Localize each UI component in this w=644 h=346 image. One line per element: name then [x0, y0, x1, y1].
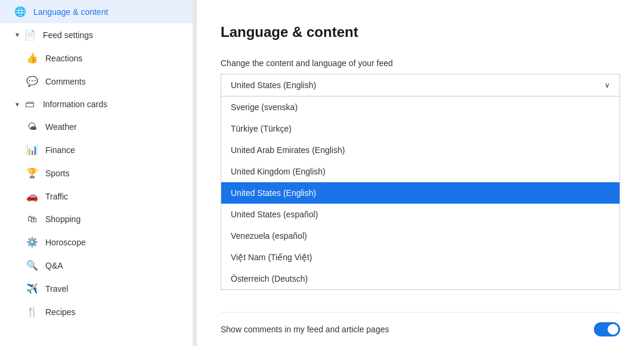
- sidebar-item-weather[interactable]: 🌤Weather: [0, 116, 196, 138]
- dropdown-option-sverige[interactable]: Sverige (svenska): [221, 96, 620, 118]
- sports-icon: 🏆: [26, 167, 38, 179]
- language-content-label: Language & content: [33, 7, 108, 17]
- show-comments-label: Show comments in my feed and article pag…: [221, 325, 389, 334]
- reactions-icon: 👍: [26, 52, 38, 64]
- selected-language-text: United States (English): [231, 80, 316, 90]
- sidebar-item-recipes[interactable]: 🍴Recipes: [0, 300, 196, 323]
- language-dropdown-selected[interactable]: United States (English)∨: [221, 74, 620, 96]
- sidebar-scrollbar[interactable]: [193, 0, 196, 346]
- travel-icon: ✈️: [26, 283, 38, 294]
- language-dropdown-list: Sverige (svenska)Türkiye (Türkçe)United …: [221, 96, 620, 290]
- language-content-icon: 🌐: [14, 6, 26, 17]
- finance-label: Finance: [45, 145, 75, 155]
- qanda-icon: 🔍: [26, 260, 38, 271]
- weather-label: Weather: [45, 122, 77, 132]
- horoscope-icon: ⚙️: [26, 236, 38, 248]
- sports-label: Sports: [45, 169, 69, 178]
- information-cards-arrow-icon: ▼: [14, 101, 20, 108]
- feed-settings-label: Feed settings: [43, 30, 93, 40]
- recipes-label: Recipes: [45, 307, 76, 317]
- finance-icon: 📊: [26, 144, 38, 155]
- language-dropdown-wrapper: United States (English)∨Sverige (svenska…: [221, 74, 620, 290]
- travel-label: Travel: [45, 284, 68, 294]
- information-cards-icon: 🗃: [24, 99, 36, 110]
- bottom-section: Show comments in my feed and article pag…: [221, 312, 620, 346]
- sidebar-item-qanda[interactable]: 🔍Q&A: [0, 254, 196, 277]
- horoscope-label: Horoscope: [45, 238, 86, 247]
- dropdown-chevron-icon: ∨: [605, 81, 610, 89]
- section-description: Change the content and language of your …: [221, 58, 620, 68]
- sidebar-item-information-cards[interactable]: ▼🗃Information cards: [0, 93, 196, 116]
- sidebar-item-traffic[interactable]: 🚗Traffic: [0, 185, 196, 208]
- sidebar-item-sports[interactable]: 🏆Sports: [0, 161, 196, 185]
- dropdown-option-venezuela[interactable]: Venezuela (español): [221, 225, 620, 247]
- dropdown-option-us-english[interactable]: United States (English): [221, 182, 620, 204]
- information-cards-label: Information cards: [43, 99, 107, 109]
- weather-icon: 🌤: [26, 121, 38, 132]
- show-comments-toggle[interactable]: [594, 322, 620, 336]
- dropdown-option-uk[interactable]: United Kingdom (English): [221, 161, 620, 182]
- sidebar: 🌐Language & content▼📄Feed settings👍React…: [0, 0, 197, 346]
- comments-label: Comments: [45, 77, 86, 86]
- recipes-icon: 🍴: [26, 306, 38, 317]
- feed-settings-icon: 📄: [24, 29, 36, 40]
- traffic-icon: 🚗: [26, 191, 38, 202]
- qanda-label: Q&A: [45, 261, 63, 270]
- sidebar-item-finance[interactable]: 📊Finance: [0, 138, 196, 161]
- shopping-icon: 🛍: [26, 214, 38, 225]
- dropdown-option-turkiye[interactable]: Türkiye (Türkçe): [221, 118, 620, 139]
- main-content: Language & contentChange the content and…: [197, 0, 644, 346]
- dropdown-option-vietnam[interactable]: Việt Nam (Tiếng Việt): [221, 247, 620, 268]
- sidebar-item-shopping[interactable]: 🛍Shopping: [0, 208, 196, 230]
- feed-settings-arrow-icon: ▼: [14, 32, 20, 38]
- dropdown-option-osterreich[interactable]: Österreich (Deutsch): [221, 268, 620, 289]
- dropdown-option-us-espanol[interactable]: United States (español): [221, 204, 620, 225]
- sidebar-item-language-content[interactable]: 🌐Language & content: [0, 0, 196, 23]
- sidebar-item-comments[interactable]: 💬Comments: [0, 70, 196, 93]
- dropdown-option-uae[interactable]: United Arab Emirates (English): [221, 139, 620, 161]
- reactions-label: Reactions: [45, 54, 82, 63]
- sidebar-item-travel[interactable]: ✈️Travel: [0, 277, 196, 300]
- comments-icon: 💬: [26, 76, 38, 87]
- sidebar-item-reactions[interactable]: 👍Reactions: [0, 46, 196, 70]
- sidebar-item-horoscope[interactable]: ⚙️Horoscope: [0, 230, 196, 254]
- traffic-label: Traffic: [45, 192, 68, 201]
- page-title: Language & content: [221, 24, 620, 40]
- sidebar-item-feed-settings[interactable]: ▼📄Feed settings: [0, 23, 196, 46]
- shopping-label: Shopping: [45, 214, 80, 224]
